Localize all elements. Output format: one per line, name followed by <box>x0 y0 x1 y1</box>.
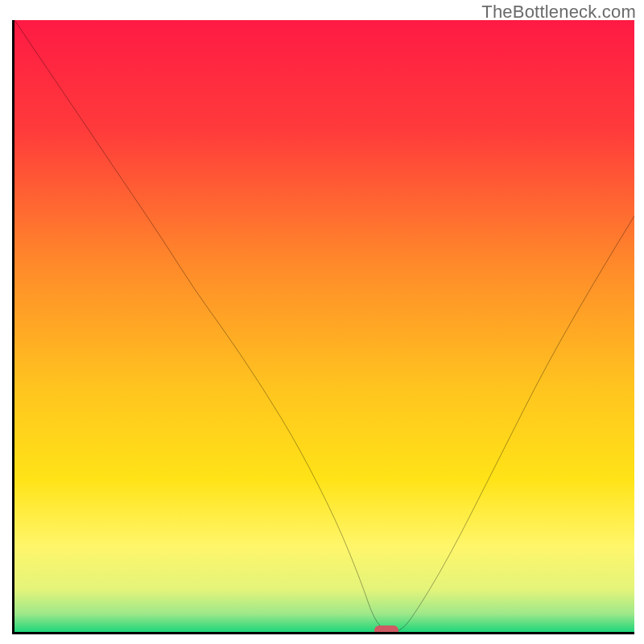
watermark-text: TheBottleneck.com <box>481 2 636 23</box>
bottleneck-curve <box>14 20 634 632</box>
optimum-marker <box>374 625 398 634</box>
plot-area <box>12 20 634 634</box>
chart-container: TheBottleneck.com <box>0 0 644 644</box>
